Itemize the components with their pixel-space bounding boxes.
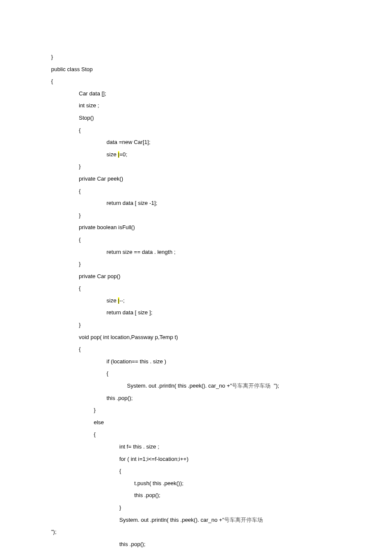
code-line: for ( int i=1;i<=f-location;i++) <box>51 453 366 466</box>
code-line: "); <box>51 526 366 538</box>
code-line: } <box>51 258 366 270</box>
code-line: private Car pop() <box>51 270 366 283</box>
code-line: Stop() <box>51 112 366 124</box>
code-text: =0; <box>119 151 127 158</box>
code-line: private Car peek() <box>51 173 366 185</box>
code-line: } <box>51 51 366 63</box>
code-line: if (location== this . size ) <box>51 356 366 368</box>
code-line: private boolean isFull() <box>51 221 366 234</box>
code-text: System. out .println( this .peek(). car_… <box>119 517 224 523</box>
code-line: data =new Car[1]; <box>51 136 366 149</box>
code-line: { <box>51 343 366 356</box>
code-line: return size == data . length ; <box>51 246 366 259</box>
code-line: } <box>51 161 366 173</box>
code-line: { <box>51 234 366 246</box>
code-line: void pop( int location,Passway p,Temp t) <box>51 331 366 344</box>
code-line: else <box>38 417 366 429</box>
code-line: { <box>38 428 366 441</box>
code-line: } <box>38 404 366 417</box>
code-line: this .pop(); <box>51 489 366 502</box>
code-line: { <box>51 185 366 198</box>
code-line: } <box>51 319 366 331</box>
code-line: { <box>51 282 366 295</box>
code-line: int size ; <box>51 100 366 112</box>
cjk-text: 号车离开停车场 <box>232 382 274 389</box>
code-line: return data [ size -1]; <box>51 197 366 210</box>
cjk-text: 号车离开停车场 <box>224 517 263 523</box>
code-line: public class Stop <box>51 63 366 76</box>
code-text: "); <box>274 382 280 389</box>
code-line: { <box>51 75 366 88</box>
code-line: t.push( this .peek()); <box>51 477 366 490</box>
code-line: } <box>51 502 366 514</box>
code-block: }public class Stop{Car data [];int size … <box>51 51 366 550</box>
code-text: size <box>107 297 118 304</box>
code-text: System. out .println( this .peek(). car_… <box>119 382 232 389</box>
code-line: int f= this . size ; <box>51 441 366 453</box>
code-line: { <box>51 368 366 380</box>
code-line: System. out .println( this .peek(). car_… <box>51 380 366 392</box>
code-line: return data [ size ]; <box>51 307 366 319</box>
document-page: }public class Stop{Car data [];int size … <box>0 0 392 555</box>
code-line: { <box>51 124 366 137</box>
code-text: size <box>107 151 118 158</box>
code-line: } <box>51 210 366 222</box>
code-line: size |--; <box>51 295 366 307</box>
code-line: this .pop(); <box>51 392 366 405</box>
code-line: { <box>51 465 366 477</box>
code-text: --; <box>119 297 124 304</box>
code-line: size |=0; <box>51 149 366 161</box>
code-line: System. out .println( this .peek(). car_… <box>51 514 366 526</box>
code-line: this .pop(); <box>51 538 366 551</box>
code-line: Car data []; <box>51 88 366 100</box>
